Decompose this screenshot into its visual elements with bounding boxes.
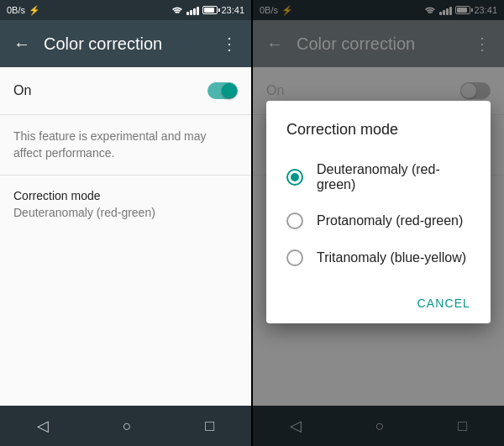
dialog-title: Correction mode [266, 108, 491, 145]
signal-icon [186, 5, 199, 15]
correction-mode-row-left[interactable]: Correction mode Deuteranomaly (red-green… [0, 176, 251, 233]
correction-mode-dialog: Correction mode Deuteranomaly (red-green… [266, 101, 491, 323]
correction-mode-title-left: Correction mode [13, 189, 238, 202]
toggle-thumb-left [222, 83, 237, 98]
dialog-cancel-button[interactable]: CANCEL [410, 290, 477, 317]
radio-label-deuteranomaly: Deuteranomaly (red-green) [317, 162, 470, 192]
radio-deuteranomaly [286, 169, 303, 186]
content-left: On This feature is experimental and may … [0, 67, 251, 406]
toggle-row-left: On [0, 67, 251, 114]
radio-protanomaly [286, 213, 303, 229]
radio-tritanomaly [286, 249, 303, 266]
back-button-left[interactable]: ← [13, 34, 30, 54]
nav-home-left[interactable]: ○ [123, 417, 132, 435]
dialog-option-deuteranomaly[interactable]: Deuteranomaly (red-green) [266, 152, 491, 202]
correction-mode-value-left: Deuteranomaly (red-green) [13, 206, 238, 219]
toggle-switch-left[interactable] [207, 82, 238, 99]
app-bar-left: ← Color correction ⋮ [0, 20, 251, 67]
nav-back-left[interactable]: ◁ [37, 417, 49, 435]
status-time: 23:41 [221, 5, 244, 15]
description-left: This feature is experimental and may aff… [0, 115, 251, 175]
nav-bar-left: ◁ ○ □ [0, 406, 251, 446]
more-button-left[interactable]: ⋮ [221, 34, 238, 54]
radio-inner-deuteranomaly [291, 173, 299, 181]
page-title-left: Color correction [44, 34, 221, 54]
dialog-options: Deuteranomaly (red-green) Protanomaly (r… [266, 145, 491, 283]
status-bar-left: 0B/s ⚡ 23:41 [0, 0, 251, 20]
radio-label-tritanomaly: Tritanomaly (blue-yellow) [317, 250, 466, 265]
screen-left: 0B/s ⚡ 23:41 ← [0, 0, 251, 446]
toggle-label-left: On [13, 83, 31, 98]
nav-recent-left[interactable]: □ [205, 417, 214, 435]
status-lightning: ⚡ [29, 5, 40, 16]
status-data-speed: 0B/s [7, 5, 25, 15]
dialog-option-protanomaly[interactable]: Protanomaly (red-green) [266, 202, 491, 239]
dialog-option-tritanomaly[interactable]: Tritanomaly (blue-yellow) [266, 239, 491, 276]
battery-fill [204, 8, 213, 13]
screen-right: 0B/s ⚡ 23:41 ← Color correction [253, 0, 504, 446]
battery-icon [202, 6, 218, 14]
status-bar-left-section: 0B/s ⚡ [7, 5, 40, 16]
radio-label-protanomaly: Protanomaly (red-green) [317, 213, 463, 228]
status-bar-right-section: 23:41 [171, 5, 244, 15]
wifi-icon [171, 6, 183, 15]
dialog-actions: CANCEL [266, 283, 491, 323]
